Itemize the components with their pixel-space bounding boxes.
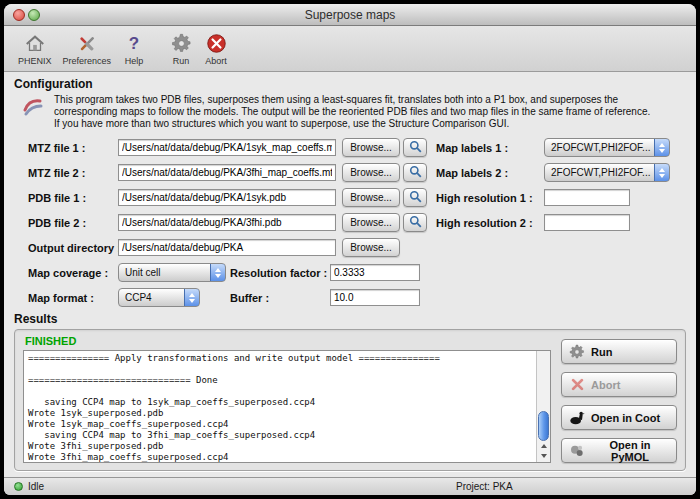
toolbar-preferences-button[interactable]: Preferences [63,32,112,66]
map-labels-2-value: 2FOFCWT,PHI2FOF... [551,167,650,178]
run-button-label: Run [591,346,612,358]
abort-button-label: Abort [591,379,620,391]
toolbar-run-label: Run [173,56,190,66]
mtz-file-2-row: MTZ file 2 : Browse... Map labels 2 : 2F… [14,161,686,184]
run-button[interactable]: Run [561,339,677,364]
toolbar-abort-button[interactable]: Abort [204,32,228,66]
mtz-file-1-browse-button[interactable]: Browse... [342,138,400,157]
mtz-file-2-label: MTZ file 2 : [14,167,118,179]
magnifier-icon [409,140,422,155]
toolbar-help-button[interactable]: ? Help [122,32,146,66]
mtz-file-1-inspect-button[interactable] [403,138,427,157]
status-bar: Idle Project: PKA [4,477,696,495]
map-labels-2-dropdown[interactable]: 2FOFCWT,PHI2FOF... [544,163,670,182]
program-description-text: This program takes two PDB files, superp… [54,94,684,130]
scroll-down-arrow-icon[interactable] [541,454,547,458]
title-bar[interactable]: Superpose maps [4,4,696,26]
toolbar-abort-label: Abort [205,56,227,66]
pdb-file-2-row: PDB file 2 : Browse... High resolution 2… [14,211,686,234]
map-labels-1-label: Map labels 1 : [436,142,544,154]
pdb-file-1-inspect-button[interactable] [403,188,427,207]
open-in-pymol-label: Open in PyMOL [591,439,669,463]
results-log-area: FINISHED =============== Apply transform… [23,334,551,463]
high-resolution-2-label: High resolution 2 : [436,217,544,229]
map-coverage-label: Map coverage : [14,267,118,279]
configuration-section-title: Configuration [14,77,686,91]
buffer-label: Buffer : [230,292,330,304]
scroll-up-arrow-icon[interactable] [541,444,547,448]
coot-bird-icon [569,410,585,426]
results-section-title: Results [14,312,686,326]
status-text: Idle [28,481,44,492]
output-directory-browse-button[interactable]: Browse... [342,238,400,257]
main-content: Configuration This program takes two PDB… [4,72,696,477]
toolbar-phenix-button[interactable]: PHENIX [18,32,52,66]
main-toolbar: PHENIX Preferences ? Help Run Abort [4,26,696,72]
log-vertical-scrollbar[interactable] [536,351,550,462]
pdb-file-1-label: PDB file 1 : [14,192,118,204]
open-in-pymol-button[interactable]: Open in PyMOL [561,438,677,463]
toolbar-run-button[interactable]: Run [169,32,193,66]
map-labels-1-dropdown[interactable]: 2FOFCWT,PHI2FOF... [544,138,670,157]
program-description: This program takes two PDB files, superp… [22,94,684,130]
magnifier-icon [409,215,422,230]
high-resolution-2-input[interactable] [544,214,630,231]
dropdown-arrows-icon [184,288,200,307]
pdb-file-1-browse-button[interactable]: Browse... [342,188,400,207]
status-indicator-icon [14,482,23,491]
abort-x-icon [569,377,585,392]
run-gear-icon [169,32,193,56]
high-resolution-1-input[interactable] [544,189,630,206]
phenix-home-icon [23,32,47,56]
mtz-file-1-input[interactable] [118,139,336,156]
dropdown-arrows-icon [654,163,670,182]
project-name: Project: PKA [456,481,513,492]
dropdown-arrows-icon [654,138,670,157]
abort-button[interactable]: Abort [561,372,677,397]
help-icon: ? [122,32,146,56]
log-output-box[interactable]: =============== Apply transformations an… [23,350,551,463]
toolbar-preferences-label: Preferences [63,56,112,66]
zoom-window-button[interactable] [28,9,40,21]
map-labels-1-value: 2FOFCWT,PHI2FOF... [551,142,650,153]
results-action-buttons: Run Abort Open in Coot [561,334,677,463]
map-coverage-dropdown[interactable]: Unit cell [118,263,226,282]
pdb-file-2-browse-button[interactable]: Browse... [342,213,400,232]
mtz-file-2-browse-button[interactable]: Browse... [342,163,400,182]
magnifier-icon [409,165,422,180]
mtz-file-1-row: MTZ file 1 : Browse... Map labels 1 : 2F… [14,136,686,159]
output-directory-row: Output directory : Browse... [14,236,686,259]
map-coverage-row: Map coverage : Unit cell Resolution fact… [14,261,686,284]
pdb-file-1-input[interactable] [118,189,336,206]
resolution-factor-input[interactable] [330,264,420,281]
map-format-value: CCP4 [125,292,152,303]
resolution-factor-label: Resolution factor : [230,267,330,279]
toolbar-phenix-label: PHENIX [18,56,52,66]
scrollbar-thumb[interactable] [538,411,549,441]
pdb-file-1-row: PDB file 1 : Browse... High resolution 1… [14,186,686,209]
mtz-file-1-label: MTZ file 1 : [14,142,118,154]
mtz-file-2-input[interactable] [118,164,336,181]
map-format-label: Map format : [14,292,118,304]
window-title: Superpose maps [4,8,696,22]
mtz-file-2-inspect-button[interactable] [403,163,427,182]
map-labels-2-label: Map labels 2 : [436,167,544,179]
close-window-button[interactable] [13,9,25,21]
superpose-program-icon [22,94,46,122]
app-window: Superpose maps PHENIX Preferences ? Help [4,4,696,495]
run-status-text: FINISHED [25,335,551,347]
buffer-input[interactable] [330,289,420,306]
open-in-coot-button[interactable]: Open in Coot [561,405,677,430]
pdb-file-2-inspect-button[interactable] [403,213,427,232]
preferences-tools-icon [75,32,99,56]
output-directory-label: Output directory : [14,242,118,254]
magnifier-icon [409,190,422,205]
map-format-row: Map format : CCP4 Buffer : [14,286,686,309]
pdb-file-2-input[interactable] [118,214,336,231]
output-directory-input[interactable] [118,239,336,256]
map-format-dropdown[interactable]: CCP4 [118,288,200,307]
high-resolution-1-label: High resolution 1 : [436,192,544,204]
pdb-file-2-label: PDB file 2 : [14,217,118,229]
toolbar-help-label: Help [125,56,144,66]
map-coverage-value: Unit cell [125,267,161,278]
